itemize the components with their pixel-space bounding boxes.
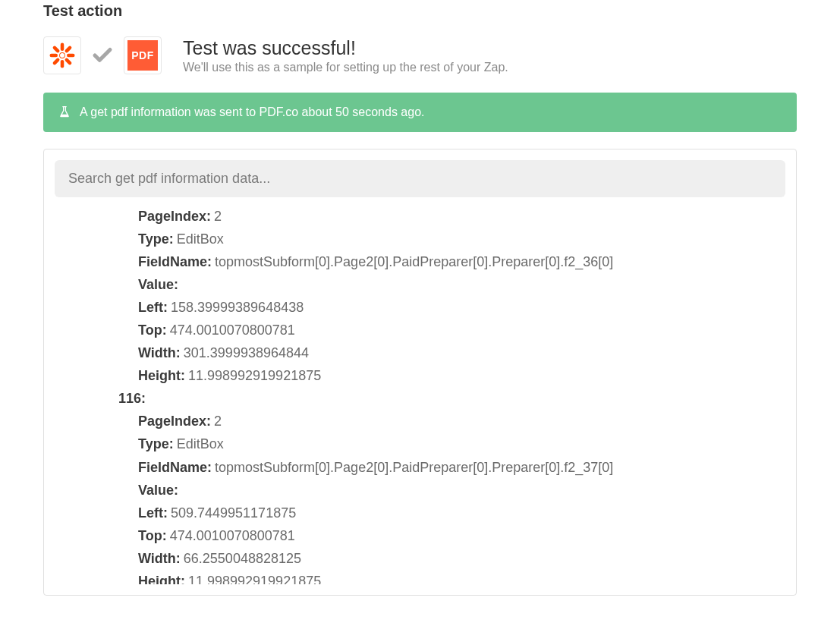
svg-point-10: [60, 53, 64, 58]
field-value: 11.998992919921875: [188, 368, 321, 383]
field-value: EditBox: [177, 231, 224, 247]
field-key: Height:: [138, 574, 185, 584]
field-value: 2: [214, 209, 222, 224]
test-success-subtitle: We'll use this as a sample for setting u…: [183, 61, 508, 74]
svg-rect-0: [61, 43, 64, 52]
svg-rect-7: [64, 58, 73, 66]
svg-rect-4: [64, 46, 73, 54]
field-key: PageIndex:: [138, 414, 211, 429]
test-success-title: Test was successful!: [183, 36, 508, 59]
svg-rect-3: [67, 54, 75, 58]
svg-rect-5: [52, 58, 61, 66]
alert-success: A get pdf information was sent to PDF.co…: [43, 93, 797, 132]
field-row: FieldName:topmostSubform[0].Page2[0].Pai…: [138, 250, 772, 273]
field-row: Height:11.998992919921875: [138, 570, 772, 584]
svg-rect-6: [52, 46, 61, 54]
svg-rect-2: [50, 54, 58, 58]
results-scroll[interactable]: PageIndex:2 Type:EditBox FieldName:topmo…: [55, 205, 785, 584]
field-value: 11.998992919921875: [188, 574, 321, 584]
section-title: Test action: [43, 0, 797, 20]
field-row: Value:: [138, 479, 772, 502]
field-row: PageIndex:2: [138, 410, 772, 433]
field-row: PageIndex:2: [138, 205, 772, 228]
field-row: Left:158.39999389648438: [138, 296, 772, 319]
field-row: Left:509.7449951171875: [138, 502, 772, 524]
field-row: FieldName:topmostSubform[0].Page2[0].Pai…: [138, 456, 772, 479]
field-key: Left:: [138, 300, 168, 315]
field-key: Type:: [138, 231, 174, 247]
field-value: topmostSubform[0].Page2[0].PaidPreparer[…: [215, 254, 613, 269]
results-data-list: PageIndex:2 Type:EditBox FieldName:topmo…: [55, 205, 772, 584]
search-input[interactable]: Search get pdf information data...: [55, 160, 785, 197]
field-key: Height:: [138, 368, 185, 383]
field-key: FieldName:: [138, 254, 212, 269]
zapier-icon: [47, 40, 77, 71]
svg-rect-1: [61, 60, 64, 68]
field-row: Top:474.0010070800781: [138, 319, 772, 341]
field-value: 474.0010070800781: [170, 322, 295, 338]
check-icon: [90, 43, 115, 68]
field-key: Value:: [138, 483, 178, 498]
field-row: Type:EditBox: [138, 433, 772, 455]
field-value: 474.0010070800781: [170, 528, 295, 543]
field-row: Type:EditBox: [138, 228, 772, 250]
field-value: topmostSubform[0].Page2[0].PaidPreparer[…: [215, 460, 613, 475]
field-key: Value:: [138, 277, 178, 292]
field-row: Width:301.3999938964844: [138, 341, 772, 364]
field-value: 2: [214, 414, 222, 429]
field-row: Value:: [138, 273, 772, 296]
field-key: Type:: [138, 436, 174, 451]
field-key: Top:: [138, 322, 167, 338]
field-row: Width:66.2550048828125: [138, 547, 772, 570]
field-key: FieldName:: [138, 460, 212, 475]
field-value: 66.2550048828125: [184, 551, 301, 566]
field-value: 301.3999938964844: [184, 345, 309, 360]
group-header: 116:: [118, 387, 772, 410]
field-row: Height:11.998992919921875: [138, 364, 772, 387]
pdfco-app-icon: PDF: [124, 36, 162, 74]
field-value: EditBox: [177, 436, 224, 451]
field-key: PageIndex:: [138, 209, 211, 224]
field-key: Top:: [138, 528, 167, 543]
test-header-row: PDF Test was successful! We'll use this …: [43, 36, 797, 74]
field-key: Width:: [138, 551, 181, 566]
field-row: Top:474.0010070800781: [138, 524, 772, 547]
results-panel: Search get pdf information data... PageI…: [43, 149, 797, 596]
field-value: 509.7449951171875: [171, 505, 296, 521]
field-key: Width:: [138, 345, 181, 360]
field-key: Left:: [138, 505, 168, 521]
pdf-icon: PDF: [127, 40, 158, 71]
zapier-app-icon: [43, 36, 81, 74]
field-value: 158.39999389648438: [171, 300, 304, 315]
alert-text: A get pdf information was sent to PDF.co…: [80, 105, 425, 119]
flask-icon: [58, 105, 71, 119]
